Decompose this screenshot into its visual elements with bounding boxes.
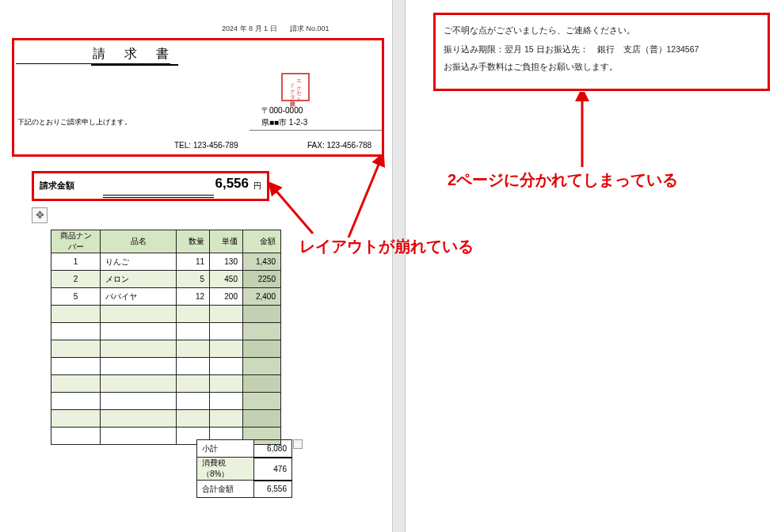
info-line-1: ご不明な点がございましたら、ご連絡ください。 [444, 25, 635, 36]
billing-underline [103, 195, 214, 198]
cell-name: メロン [101, 271, 177, 288]
page-2 [406, 0, 781, 532]
table-row-empty [51, 306, 281, 323]
move-handle-icon[interactable]: ✥ [32, 207, 48, 223]
telephone: TEL: 123-456-789 [174, 141, 238, 150]
subtotal-label: 小計 [197, 440, 254, 458]
address-line: 県■■市 1-2-3 [261, 117, 307, 128]
cell-price: 130 [210, 253, 243, 271]
company-stamp: エクセル ドクター 株式会社 [281, 73, 310, 101]
col-header-price: 単価 [210, 230, 243, 253]
cell-num: 5 [51, 288, 101, 306]
cell-amt: 2,400 [243, 288, 281, 306]
col-header-qty: 数量 [177, 230, 210, 253]
cell-qty: 11 [177, 253, 210, 271]
postal-code: 〒000-0000 [261, 105, 303, 116]
cell-qty: 5 [177, 271, 210, 288]
cell-name: パパイヤ [101, 288, 177, 306]
info-line-2: 振り込み期限：翌月 15 日お振込先： 銀行 支店（普）1234567 [444, 44, 699, 55]
billing-amount-row: 請求金額 6,556 円 [40, 176, 261, 192]
table-row-empty [51, 340, 281, 358]
table-row: 2メロン54502250 [51, 271, 281, 288]
table-row-empty [51, 410, 281, 428]
col-header-name: 品名 [101, 230, 177, 253]
doc-number: 請求 No.001 [290, 25, 330, 32]
resize-handle-icon[interactable] [293, 439, 303, 449]
info-line-3: お振込み手数料はご負担をお願い致します。 [444, 62, 618, 73]
page-1: 2024 年 8 月 1 日 請求 No.001 請 求 書 エクセル ドクター… [0, 0, 392, 532]
total-value: 6,556 [254, 481, 292, 498]
col-header-number: 商品ナンバー [51, 230, 101, 253]
table-row: 5パパイヤ122002,400 [51, 288, 281, 306]
tax-label: 消費税（8%） [197, 458, 254, 481]
subtotal-value: 6,080 [254, 440, 292, 458]
cell-amt: 2250 [243, 271, 281, 288]
table-row-empty [51, 375, 281, 393]
cell-num: 2 [51, 271, 101, 288]
items-tbody: 1りんご111301,4302メロン545022505パパイヤ122002,40… [51, 253, 281, 445]
cell-qty: 12 [177, 288, 210, 306]
total-label: 合計金額 [197, 481, 254, 498]
cell-price: 200 [210, 288, 243, 306]
page-divider [392, 0, 406, 532]
cell-price: 450 [210, 271, 243, 288]
doc-date: 2024 年 8 月 1 日 [222, 25, 277, 32]
address-underline [250, 130, 384, 131]
items-table: 商品ナンバー 品名 数量 単価 金額 1りんご111301,4302メロン545… [51, 230, 281, 445]
cell-name: りんご [101, 253, 177, 271]
col-header-amount: 金額 [243, 230, 281, 253]
cell-amt: 1,430 [243, 253, 281, 271]
billing-label: 請求金額 [40, 180, 111, 192]
billing-note: 下記のとおりご請求申し上げます。 [17, 117, 131, 127]
tax-value: 476 [254, 458, 292, 481]
billing-yen: 円 [253, 180, 261, 192]
fax: FAX: 123-456-788 [307, 141, 371, 150]
recipient-underline [16, 63, 170, 64]
table-row-empty [51, 323, 281, 340]
billing-amount: 6,556 [111, 176, 249, 192]
cell-num: 1 [51, 253, 101, 271]
header-meta: 2024 年 8 月 1 日 請求 No.001 [222, 24, 341, 34]
callout-split-pages: 2ページに分かれてしまっている [448, 169, 678, 191]
totals-table: 小計 6,080 消費税（8%） 476 合計金額 6,556 [196, 439, 292, 498]
table-row: 1りんご111301,430 [51, 253, 281, 271]
table-row-empty [51, 393, 281, 410]
callout-layout-broken: レイアウトが崩れている [299, 236, 474, 257]
table-row-empty [51, 358, 281, 375]
